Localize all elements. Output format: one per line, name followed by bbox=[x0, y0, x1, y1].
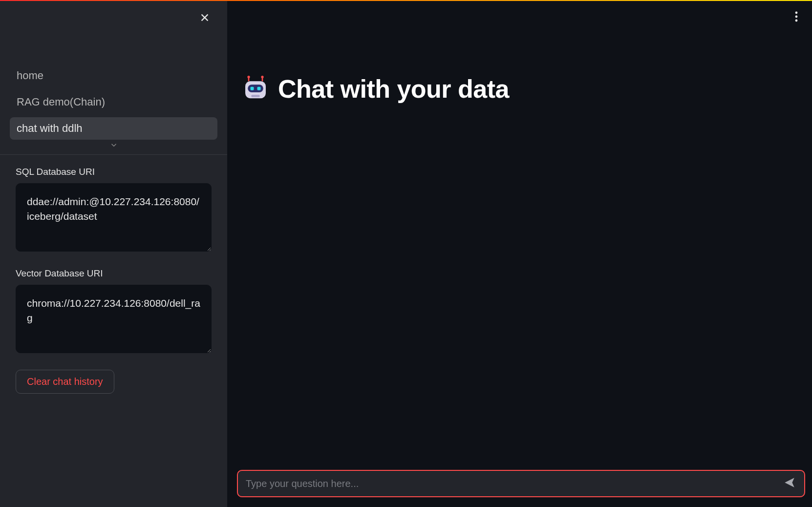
sidebar-item-chat-with-ddlh[interactable]: chat with ddlh bbox=[10, 117, 217, 140]
main-menu-button[interactable] bbox=[790, 11, 803, 24]
vector-uri-label: Vector Database URI bbox=[16, 268, 212, 279]
svg-point-6 bbox=[261, 76, 263, 78]
sidebar-item-label: chat with ddlh bbox=[17, 122, 83, 135]
svg-rect-8 bbox=[248, 84, 263, 92]
sidebar: home RAG demo(Chain) chat with ddlh SQL … bbox=[0, 1, 227, 507]
svg-rect-10 bbox=[257, 87, 261, 90]
send-button[interactable] bbox=[781, 475, 798, 492]
svg-point-4 bbox=[247, 76, 250, 78]
sql-uri-input[interactable] bbox=[16, 183, 212, 252]
vector-uri-field-block: Vector Database URI bbox=[16, 268, 212, 355]
clear-chat-history-button[interactable]: Clear chat history bbox=[16, 370, 114, 394]
svg-rect-9 bbox=[251, 87, 254, 90]
sidebar-nav: home RAG demo(Chain) chat with ddlh bbox=[0, 64, 227, 144]
svg-point-1 bbox=[795, 16, 798, 18]
page-title: Chat with your data bbox=[278, 74, 509, 104]
page-title-row: Chat with your data bbox=[242, 74, 812, 104]
sidebar-item-rag-demo[interactable]: RAG demo(Chain) bbox=[10, 91, 217, 113]
close-icon bbox=[199, 12, 210, 25]
send-icon bbox=[783, 476, 796, 491]
chat-input-wrap bbox=[237, 470, 805, 497]
svg-point-0 bbox=[795, 12, 798, 14]
svg-point-2 bbox=[795, 20, 798, 22]
robot-icon bbox=[242, 75, 269, 103]
kebab-menu-icon bbox=[795, 11, 798, 24]
sql-uri-label: SQL Database URI bbox=[16, 167, 212, 177]
sidebar-fields: SQL Database URI Vector Database URI Cle… bbox=[0, 155, 227, 407]
sidebar-item-label: home bbox=[17, 69, 43, 82]
chevron-down-icon bbox=[109, 141, 118, 151]
close-sidebar-button[interactable] bbox=[198, 12, 212, 25]
vector-uri-input[interactable] bbox=[16, 285, 212, 353]
sidebar-item-home[interactable]: home bbox=[10, 64, 217, 87]
sidebar-expander-toggle[interactable] bbox=[0, 141, 227, 154]
clear-chat-history-label: Clear chat history bbox=[27, 376, 103, 387]
main-area: Chat with your data bbox=[227, 1, 812, 507]
sidebar-item-label: RAG demo(Chain) bbox=[17, 96, 105, 108]
chat-input[interactable] bbox=[246, 478, 781, 489]
svg-rect-11 bbox=[251, 95, 260, 97]
sql-uri-field-block: SQL Database URI bbox=[16, 167, 212, 254]
chat-input-row bbox=[237, 470, 805, 497]
